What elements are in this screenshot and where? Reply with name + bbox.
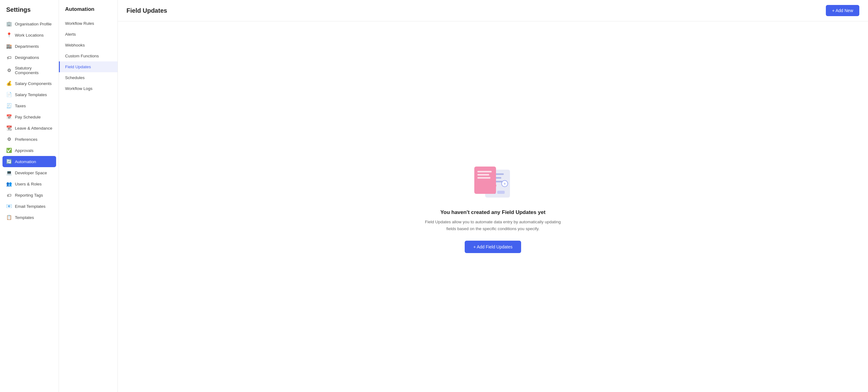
sidebar-item-pay-schedule[interactable]: 📅 Pay Schedule: [0, 111, 59, 122]
sidebar-item-label: Reporting Tags: [15, 193, 43, 198]
main-header: Field Updates + Add New: [118, 0, 868, 21]
middle-item-field-updates[interactable]: Field Updates: [59, 61, 118, 72]
salary-components-icon: 💰: [6, 81, 12, 86]
middle-item-webhooks[interactable]: Webhooks: [59, 40, 118, 51]
sidebar-item-label: Developer Space: [15, 171, 47, 175]
sidebar-title: Settings: [0, 5, 59, 18]
sidebar-item-salary-templates[interactable]: 📄 Salary Templates: [0, 89, 59, 100]
empty-illustration: +: [468, 160, 518, 201]
sidebar-item-reporting-tags[interactable]: 🏷 Reporting Tags: [0, 189, 59, 201]
add-field-updates-button[interactable]: + Add Field Updates: [465, 241, 521, 253]
svg-rect-5: [497, 191, 505, 194]
taxes-icon: 🧾: [6, 103, 12, 109]
middle-item-label: Alerts: [65, 32, 76, 37]
sidebar-item-label: Users & Roles: [15, 182, 41, 186]
middle-item-label: Schedules: [65, 76, 85, 80]
email-templates-icon: 📧: [6, 204, 12, 209]
empty-state-desc: Field Updates allow you to automate data…: [425, 219, 561, 232]
users-roles-icon: 👥: [6, 181, 12, 187]
svg-rect-11: [477, 177, 490, 179]
departments-icon: 🏬: [6, 43, 12, 49]
designations-icon: 🏷: [6, 55, 12, 60]
statutory-components-icon: ⚙: [6, 68, 12, 73]
sidebar-item-label: Pay Schedule: [15, 115, 41, 119]
salary-templates-icon: 📄: [6, 92, 12, 97]
organisation-profile-icon: 🏢: [6, 21, 12, 27]
svg-rect-9: [477, 171, 492, 173]
sidebar-item-preferences[interactable]: ⚙ Preferences: [0, 134, 59, 145]
sidebar-item-label: Leave & Attendance: [15, 126, 52, 130]
middle-item-custom-functions[interactable]: Custom Functions: [59, 51, 118, 61]
sidebar-item-label: Salary Components: [15, 81, 52, 86]
middle-item-schedules[interactable]: Schedules: [59, 72, 118, 83]
sidebar-item-label: Salary Templates: [15, 92, 47, 97]
middle-item-label: Field Updates: [65, 64, 91, 69]
automation-icon: 🔄: [6, 159, 12, 164]
middle-item-workflow-rules[interactable]: Workflow Rules: [59, 18, 118, 29]
sidebar-item-label: Automation: [15, 159, 36, 164]
sidebar-item-label: Preferences: [15, 137, 37, 142]
sidebar-item-label: Designations: [15, 55, 39, 60]
sidebar-item-designations[interactable]: 🏷 Designations: [0, 52, 59, 63]
page-title: Field Updates: [126, 7, 167, 14]
sidebar: Settings 🏢 Organisation Profile📍 Work Lo…: [0, 0, 59, 392]
sidebar-item-label: Taxes: [15, 103, 26, 108]
sidebar-item-salary-components[interactable]: 💰 Salary Components: [0, 78, 59, 89]
sidebar-item-approvals[interactable]: ✅ Approvals: [0, 145, 59, 156]
templates-icon: 📋: [6, 215, 12, 220]
sidebar-item-email-templates[interactable]: 📧 Email Templates: [0, 201, 59, 212]
empty-state-title: You haven't created any Field Updates ye…: [440, 209, 545, 215]
svg-rect-8: [474, 167, 496, 194]
sidebar-item-organisation-profile[interactable]: 🏢 Organisation Profile: [0, 18, 59, 29]
sidebar-item-users-roles[interactable]: 👥 Users & Roles: [0, 178, 59, 189]
sidebar-item-developer-space[interactable]: 💻 Developer Space: [0, 167, 59, 178]
middle-item-label: Custom Functions: [65, 54, 99, 58]
sidebar-item-label: Email Templates: [15, 204, 45, 209]
pay-schedule-icon: 📅: [6, 114, 12, 120]
sidebar-item-work-locations[interactable]: 📍 Work Locations: [0, 29, 59, 41]
sidebar-item-label: Work Locations: [15, 33, 44, 37]
sidebar-item-label: Statutory Components: [15, 66, 52, 75]
svg-rect-10: [477, 174, 489, 176]
sidebar-item-leave-attendance[interactable]: 📆 Leave & Attendance: [0, 122, 59, 134]
empty-state: + You haven't created any Field Updates …: [118, 21, 868, 392]
sidebar-item-label: Organisation Profile: [15, 22, 52, 26]
sidebar-item-templates[interactable]: 📋 Templates: [0, 212, 59, 223]
middle-item-label: Workflow Rules: [65, 21, 94, 26]
leave-attendance-icon: 📆: [6, 125, 12, 131]
middle-item-workflow-logs[interactable]: Workflow Logs: [59, 83, 118, 94]
developer-space-icon: 💻: [6, 170, 12, 176]
middle-panel-title: Automation: [59, 6, 118, 18]
middle-item-label: Webhooks: [65, 43, 85, 48]
sidebar-item-label: Templates: [15, 215, 34, 220]
svg-text:+: +: [503, 181, 506, 186]
work-locations-icon: 📍: [6, 32, 12, 38]
sidebar-item-label: Approvals: [15, 148, 33, 153]
preferences-icon: ⚙: [6, 137, 12, 142]
sidebar-item-statutory-components[interactable]: ⚙ Statutory Components: [0, 63, 59, 78]
sidebar-item-taxes[interactable]: 🧾 Taxes: [0, 100, 59, 111]
approvals-icon: ✅: [6, 148, 12, 153]
add-new-button[interactable]: + Add New: [826, 5, 859, 16]
sidebar-item-label: Departments: [15, 44, 39, 49]
middle-item-alerts[interactable]: Alerts: [59, 29, 118, 40]
sidebar-item-departments[interactable]: 🏬 Departments: [0, 41, 59, 52]
sidebar-item-automation[interactable]: 🔄 Automation: [2, 156, 56, 167]
middle-panel: Automation Workflow RulesAlertsWebhooksC…: [59, 0, 118, 392]
middle-item-label: Workflow Logs: [65, 86, 92, 91]
main-content: Field Updates + Add New +: [118, 0, 868, 392]
reporting-tags-icon: 🏷: [6, 192, 12, 198]
